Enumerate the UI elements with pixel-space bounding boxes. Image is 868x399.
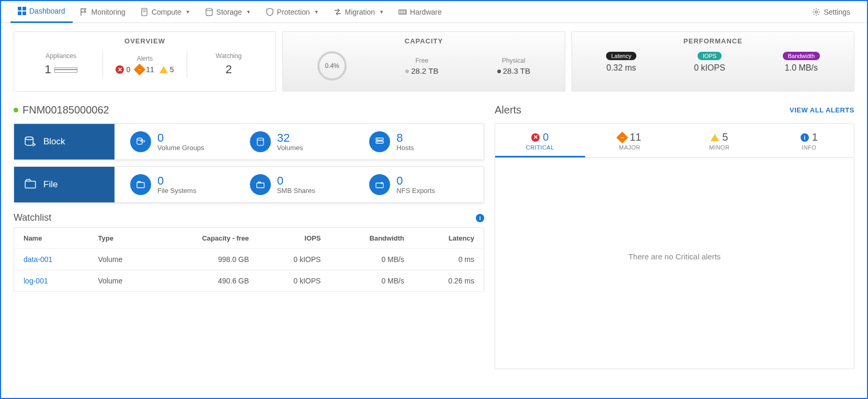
- critical-icon: ✕: [116, 65, 124, 74]
- alert-tab-critical[interactable]: ✕0 CRITICAL: [495, 124, 585, 157]
- alerts-label: Alerts: [103, 55, 186, 62]
- nav-settings[interactable]: Settings: [805, 1, 858, 23]
- perf-bandwidth: Bandwidth 1.0 MB/s: [783, 51, 820, 73]
- major-icon: −: [616, 131, 629, 143]
- latency-value: 0.32 ms: [606, 63, 637, 73]
- col-bandwidth[interactable]: Bandwidth: [330, 228, 414, 249]
- alert-tab-minor[interactable]: 5 MINOR: [675, 124, 764, 157]
- capacity-card: CAPACITY 0.4% Free 28.2 TB Physical 28.3…: [282, 31, 565, 92]
- storage-icon: [205, 8, 213, 16]
- top-nav: Dashboard Monitoring Compute ▼ Storage ▼…: [1, 1, 867, 23]
- nfs-exports-stat[interactable]: 0NFS Exports: [359, 174, 478, 195]
- critical-icon: ✕: [531, 133, 540, 142]
- volumes-stat[interactable]: 32Volumes: [239, 131, 359, 152]
- nav-hardware-label: Hardware: [410, 8, 442, 16]
- col-iops[interactable]: IOPS: [258, 228, 330, 249]
- col-name[interactable]: Name: [14, 228, 89, 249]
- capacity-physical-label: Physical: [497, 57, 530, 64]
- svg-point-16: [141, 140, 145, 142]
- row-capacity: 998.0 GB: [156, 249, 258, 270]
- watchlist-table: Name Type Capacity - free IOPS Bandwidth…: [14, 227, 484, 292]
- nav-compute[interactable]: Compute ▼: [133, 1, 198, 23]
- capacity-physical: Physical 28.3 TB: [497, 57, 530, 75]
- row-name-link[interactable]: log-001: [14, 270, 89, 292]
- svg-rect-23: [137, 183, 144, 188]
- chevron-down-icon: ▼: [186, 9, 190, 15]
- dashboard-icon: [18, 7, 26, 15]
- nav-dashboard[interactable]: Dashboard: [10, 1, 73, 23]
- flag-icon: [80, 8, 88, 16]
- smb-shares-stat[interactable]: 0SMB Shares: [239, 174, 359, 195]
- row-latency: 0 ms: [414, 249, 484, 270]
- nav-migration[interactable]: Migration ▼: [326, 1, 392, 23]
- appliances-label: Appliances: [19, 52, 102, 60]
- perf-iops: IOPS 0 kIOPS: [694, 51, 725, 73]
- appliances-count: 1: [45, 63, 51, 76]
- volume-groups-stat[interactable]: 0Volume Groups: [120, 131, 239, 152]
- row-bandwidth: 0 MB/s: [330, 270, 414, 292]
- nfs-exports-label: NFS Exports: [396, 187, 435, 195]
- gear-icon: [812, 8, 820, 16]
- watching-stat[interactable]: Watching 2: [187, 52, 270, 76]
- row-iops: 0 kIOPS: [258, 249, 330, 270]
- performance-card: PERFORMANCE Latency 0.32 ms IOPS 0 kIOPS…: [572, 31, 854, 92]
- svg-rect-1: [22, 7, 26, 10]
- volume-groups-count: 0: [157, 132, 204, 144]
- col-type[interactable]: Type: [89, 228, 156, 249]
- block-tab-label: Block: [43, 136, 65, 147]
- bandwidth-badge: Bandwidth: [783, 52, 820, 60]
- view-all-alerts-link[interactable]: VIEW ALL ALERTS: [790, 106, 854, 114]
- file-systems-stat[interactable]: 0File Systems: [120, 174, 239, 195]
- alert-tab-major[interactable]: −11 MAJOR: [585, 124, 675, 157]
- table-row[interactable]: data-001 Volume 998.0 GB 0 kIOPS 0 MB/s …: [14, 249, 484, 270]
- compute-icon: [140, 8, 149, 16]
- file-systems-label: File Systems: [157, 187, 196, 195]
- capacity-title: CAPACITY: [283, 32, 565, 48]
- minor-tab-label: MINOR: [675, 144, 764, 151]
- col-latency[interactable]: Latency: [414, 228, 484, 249]
- info-tab-count: 1: [812, 131, 818, 143]
- nav-protection-label: Protection: [277, 8, 310, 16]
- hosts-stat[interactable]: 8Hosts: [359, 131, 478, 152]
- major-icon: −: [134, 64, 146, 76]
- appliance-header: FNM00185000062: [14, 104, 484, 116]
- alert-tab-info[interactable]: i1 INFO: [764, 124, 854, 157]
- nav-storage[interactable]: Storage ▼: [198, 1, 258, 23]
- status-dot-icon: [14, 108, 18, 112]
- block-tab[interactable]: Block: [14, 124, 115, 159]
- alerts-stat[interactable]: Alerts ✕0 −11 5: [103, 55, 186, 74]
- file-systems-icon: [130, 174, 151, 195]
- bandwidth-value: 1.0 MB/s: [783, 63, 820, 73]
- row-type: Volume: [89, 270, 156, 292]
- svg-rect-24: [257, 183, 264, 188]
- volumes-label: Volumes: [277, 144, 303, 152]
- nfs-exports-icon: [369, 174, 390, 195]
- table-row[interactable]: log-001 Volume 490.6 GB 0 kIOPS 0 MB/s 0…: [14, 270, 484, 292]
- chevron-down-icon: ▼: [379, 9, 384, 15]
- nav-monitoring[interactable]: Monitoring: [73, 1, 133, 23]
- alerts-empty-message: There are no Critical alerts: [495, 158, 854, 261]
- col-capacity[interactable]: Capacity - free: [156, 228, 258, 249]
- hardware-icon: [398, 8, 407, 16]
- row-latency: 0.26 ms: [414, 270, 484, 292]
- info-tab-label: INFO: [764, 144, 854, 151]
- nav-protection[interactable]: Protection ▼: [258, 1, 326, 23]
- nav-hardware[interactable]: Hardware: [391, 1, 449, 23]
- file-tab-label: File: [43, 179, 58, 190]
- appliances-stat[interactable]: Appliances 1: [19, 52, 102, 76]
- row-name-link[interactable]: data-001: [14, 249, 89, 270]
- nfs-exports-count: 0: [396, 175, 435, 187]
- shield-icon: [266, 8, 274, 16]
- row-iops: 0 kIOPS: [258, 270, 330, 292]
- alerts-card: ✕0 CRITICAL −11 MAJOR 5 MINOR i1 INFO: [495, 123, 854, 369]
- critical-tab-count: 0: [543, 131, 549, 143]
- file-tab[interactable]: File: [14, 167, 115, 202]
- block-icon: [24, 135, 37, 149]
- svg-rect-3: [22, 12, 26, 15]
- info-icon[interactable]: i: [476, 214, 484, 222]
- performance-title: PERFORMANCE: [572, 32, 854, 48]
- smb-shares-icon: [250, 174, 271, 195]
- svg-point-14: [25, 137, 33, 140]
- nav-dashboard-label: Dashboard: [29, 7, 65, 15]
- file-icon: [24, 178, 37, 191]
